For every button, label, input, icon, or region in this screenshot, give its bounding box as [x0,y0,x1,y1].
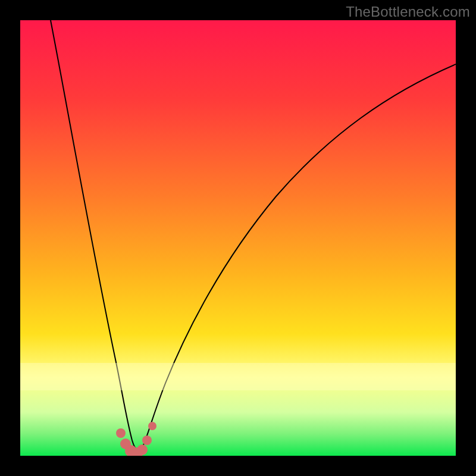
chart-area [20,20,456,456]
svg-point-4 [137,444,148,455]
svg-point-0 [116,428,126,438]
chart-svg [20,20,456,456]
watermark-text: TheBottleneck.com [346,4,470,20]
svg-point-5 [142,436,152,445]
gradient-background [20,20,456,456]
highlight-band [20,363,456,390]
svg-point-6 [148,422,156,430]
